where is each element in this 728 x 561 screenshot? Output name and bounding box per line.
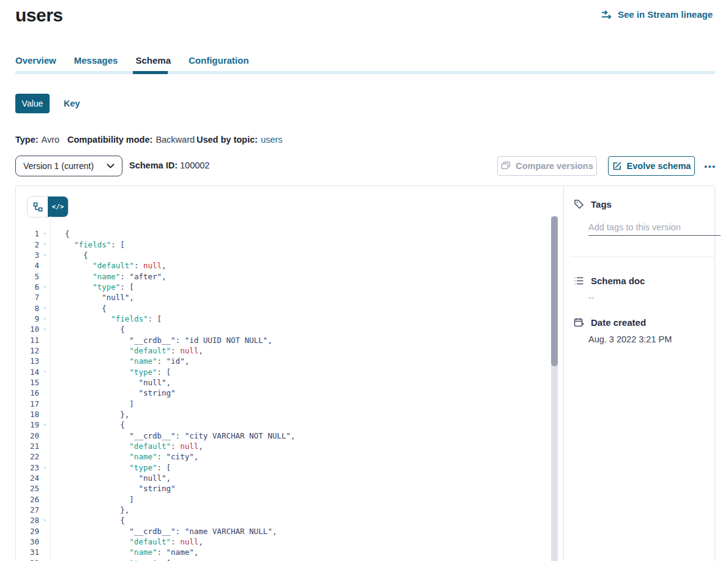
schema-doc-heading: Schema doc [574,276,645,286]
code-text: "name": "id", [50,356,189,366]
used-by-topic-link[interactable]: users [261,135,282,145]
line-number: 17 [16,399,39,409]
more-options-button[interactable]: ••• [702,156,719,176]
code-text: "string" [50,484,176,493]
code-text: "name": "after", [50,272,167,281]
line-number: 29 [16,527,39,536]
line-number: 25 [16,484,39,493]
line-number: 19 [16,420,39,429]
tab-configuration[interactable]: Configuration [189,55,249,66]
line-number: 12 [16,346,39,355]
line-number: 23 [16,463,39,472]
code-text: { [50,304,107,313]
line-number: 24 [16,473,39,483]
tab-messages[interactable]: Messages [74,55,118,66]
line-number: 9 [16,314,39,323]
date-created-heading: Date created [574,317,646,328]
fold-toggle-icon[interactable]: ▾ [39,250,50,260]
line-number: 14 [16,367,39,377]
tag-icon [574,199,584,209]
active-tab-indicator [133,71,168,74]
version-select[interactable]: Version 1 (current) [15,156,122,176]
line-number: 5 [16,272,39,281]
schema-id-value: 100002 [180,160,209,170]
compare-versions-button[interactable]: Compare versions [497,156,597,176]
chevron-down-icon [107,164,114,168]
fold-toggle-icon[interactable]: ▾ [39,462,50,473]
code-line: 28▾{ [16,515,550,525]
code-text: { [50,420,125,429]
fold-toggle-icon[interactable]: ▾ [39,239,50,249]
code-line: 32▾"type": [ [16,558,550,561]
code-line: 4"default": null, [16,260,550,271]
type-label: Type: [15,135,39,145]
add-tags-input[interactable] [588,219,721,236]
fold-toggle-icon[interactable]: ▾ [39,366,50,377]
line-number: 26 [16,495,39,504]
code-text: "null", [50,378,171,387]
view-mode-toggle: </> [27,196,69,217]
evolve-schema-button[interactable]: Evolve schema [608,156,695,176]
code-text: { [50,325,125,334]
fold-toggle-icon[interactable]: ▾ [39,558,50,561]
compare-versions-icon [501,161,511,171]
code-scrollbar-thumb[interactable] [551,216,558,366]
line-number: 11 [16,336,39,345]
line-number: 15 [16,378,39,387]
line-number: 31 [16,548,39,557]
code-line: 5"name": "after", [16,271,550,281]
code-line: 2▾"fields": [ [16,239,550,249]
line-number: 6 [16,282,39,292]
tab-overview[interactable]: Overview [15,55,56,66]
value-toggle-button[interactable]: Value [15,94,50,113]
tags-heading: Tags [574,199,612,209]
line-number: 7 [16,293,39,302]
line-number: 16 [16,388,39,397]
line-number: 21 [16,442,39,451]
code-view-button[interactable]: </> [48,197,68,217]
code-text: "null", [50,293,134,302]
code-line: 30"default": null, [16,537,550,547]
code-line: 29"__crdb__": "name VARCHAR NULL", [16,526,550,537]
code-text: "name": "city", [50,452,198,461]
schema-id-label: Schema ID: [129,160,178,170]
tab-schema[interactable]: Schema [135,55,171,66]
tree-view-button[interactable] [28,197,48,217]
code-lines[interactable]: 1▾{2▾"fields": [3▾{4"default": null,5"na… [16,228,550,561]
code-line: 26] [16,494,550,505]
tab-underline [15,71,715,74]
line-number: 1 [16,229,39,238]
see-in-stream-lineage-link[interactable]: See in Stream lineage [601,9,713,20]
code-line: 9▾"fields": [ [16,314,550,324]
code-text: "name": "name", [50,548,198,557]
fold-toggle-icon[interactable]: ▾ [39,420,50,430]
code-line: 23▾"type": [ [16,462,550,473]
code-line: 15"null", [16,377,550,388]
stream-lineage-icon [601,10,613,20]
code-text: "fields": [ [50,314,162,323]
code-text: "type": [ [50,559,171,561]
code-text: { [50,250,88,260]
code-line: 3▾{ [16,250,550,260]
line-number: 4 [16,261,39,270]
fold-toggle-icon[interactable]: ▾ [39,515,50,525]
fold-toggle-icon[interactable]: ▾ [39,324,50,334]
page-title: users [15,5,63,26]
line-number: 20 [16,431,39,440]
code-line: 6▾"type": [ [16,282,550,292]
code-text: "default": null, [50,537,203,546]
code-text: "string" [50,388,176,397]
fold-toggle-icon[interactable]: ▾ [39,314,50,324]
fold-toggle-icon[interactable]: ▾ [39,282,50,292]
line-number: 30 [16,537,39,546]
tab-bar: Overview Messages Schema Configuration [15,55,249,66]
code-line: 22"name": "city", [16,451,550,462]
list-icon [574,276,584,285]
date-created-value: Aug. 3 2022 3:21 PM [588,334,672,344]
code-text: "null", [50,473,171,483]
line-number: 13 [16,356,39,366]
compatibility-label: Compatibility mode: [67,135,152,145]
fold-toggle-icon[interactable]: ▾ [39,228,50,239]
fold-toggle-icon[interactable]: ▾ [39,303,50,313]
key-toggle-link[interactable]: Key [64,99,80,108]
